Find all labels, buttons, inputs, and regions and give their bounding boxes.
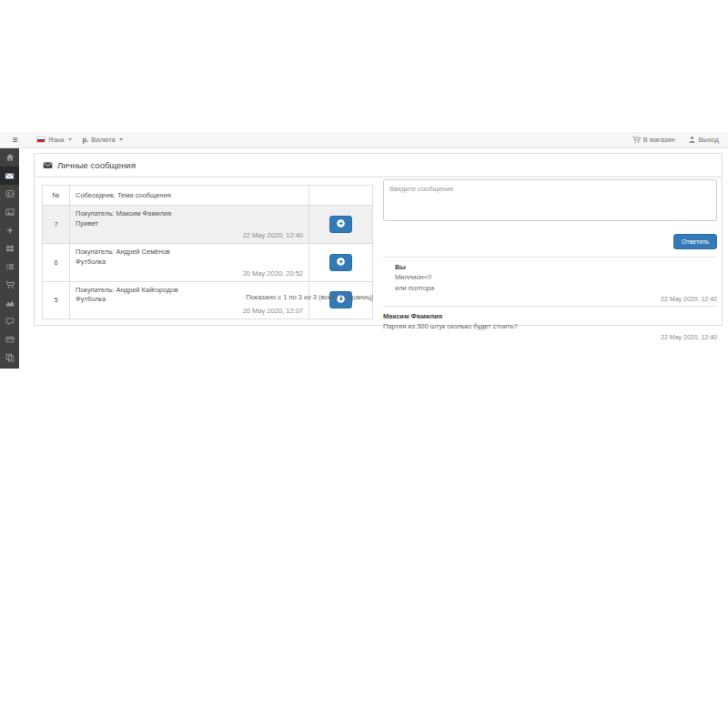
row-date: 20 May 2020, 20:52 [76,269,303,278]
conversation-list: Вы Миллион<!! или полтора 22 May 2020, 1… [383,257,717,344]
arrow-circle-icon [336,257,346,268]
table-header-row: № Собеседник, Тема сообщения [43,186,373,206]
sidebar-item-orders[interactable] [0,276,19,294]
col-header-subject: Собеседник, Тема сообщения [70,186,309,206]
row-topic: Привет [76,219,303,229]
row-date: 20 May 2020, 12:07 [76,307,303,315]
store-link[interactable]: В магазин [632,136,675,144]
language-dropdown[interactable]: Язык [36,136,72,144]
message-author: Максим Фамилия [383,311,717,321]
credit-card-icon [5,335,15,344]
currency-dropdown[interactable]: р. Валюта [83,136,123,144]
sidebar-item-catalog[interactable] [0,239,19,258]
message-text: Миллион<!! [395,272,717,282]
logout-link[interactable]: Выход [688,136,719,144]
plus-icon [5,226,15,235]
messages-panel: Личные сообщения № Собеседник, Тема сооб… [34,153,723,326]
page: ≡ Язык р. Валюта В магазин Выход [0,0,728,728]
sidebar-item-copy[interactable] [0,349,19,367]
conversation-pane: Ответить Вы Миллион<!! или полтора 22 Ma… [383,179,717,344]
comment-icon [5,317,15,326]
pagination-status: Показано с 1 по 3 из 3 (всего 1 страниц) [42,293,373,301]
sidebar-item-comments[interactable] [0,312,19,330]
message-date: 22 May 2020, 12:42 [395,296,717,302]
sidebar-item-dashboard[interactable] [0,148,19,167]
image-icon [5,207,15,217]
hamburger-menu-icon[interactable]: ≡ [5,135,25,145]
currency-symbol: р. [83,136,89,144]
sidebar-item-banners[interactable] [0,203,19,221]
message-date: 22 May 2020, 12:40 [383,334,717,340]
message-own: Вы Миллион<!! или полтора 22 May 2020, 1… [383,258,717,307]
envelope-icon [5,171,15,181]
chevron-down-icon [68,138,72,141]
sidebar-item-payments[interactable] [0,330,19,349]
home-icon [5,153,15,162]
sidebar [0,148,19,369]
message-input[interactable] [383,179,717,221]
cart-icon [5,280,15,289]
col-header-actions [309,186,373,206]
page-title: Личные сообщения [57,160,136,170]
topbar-right: В магазин Выход [632,136,719,144]
topbar: ≡ Язык р. Валюта В магазин Выход [0,132,728,148]
cart-icon [632,136,641,144]
row-number: 6 [43,243,70,281]
message-author: Вы [395,262,717,272]
sidebar-item-customers[interactable] [0,185,19,203]
open-conversation-button[interactable] [329,216,352,233]
row-number: 7 [43,206,70,244]
row-date: 22 May 2020, 12:40 [76,231,303,239]
message-text: или полтора [395,283,717,293]
col-header-number: № [43,186,70,206]
logout-link-label: Выход [699,136,719,144]
table-row[interactable]: 6 Покупатель: Андрей Семёнов Футболка 20… [43,243,373,281]
arrow-circle-icon [336,218,346,230]
copy-icon [5,353,15,362]
chevron-down-icon [119,138,123,141]
envelope-icon [43,160,53,170]
customer-card-icon [5,189,15,198]
sidebar-item-messages[interactable] [0,167,19,185]
user-icon [688,136,696,144]
area-chart-icon [5,298,15,308]
reply-button[interactable]: Ответить [673,234,717,249]
sidebar-item-list[interactable] [0,258,19,276]
panel-header: Личные сообщения [35,154,722,177]
message-customer: Максим Фамилия Партия из 300 штук скольк… [383,307,717,345]
reply-row: Ответить [383,231,717,249]
currency-label: Валюта [91,136,116,144]
open-conversation-button[interactable] [329,254,352,271]
russian-flag-icon [36,136,46,143]
sidebar-item-add[interactable] [0,221,19,239]
row-topic: Футболка [76,258,303,268]
store-link-label: В магазин [643,136,675,144]
list-icon [5,262,15,271]
message-text: Партия из 300 штук сколько будет стоить? [383,321,717,331]
sidebar-item-reports[interactable] [0,294,19,312]
language-label: Язык [48,136,65,144]
row-counterpart: Покупатель: Андрей Семёнов [76,248,303,258]
table-row[interactable]: 7 Покупатель: Максим Фамилия Привет 22 M… [43,206,373,244]
grid-icon [5,244,15,253]
row-counterpart: Покупатель: Максим Фамилия [76,209,303,219]
